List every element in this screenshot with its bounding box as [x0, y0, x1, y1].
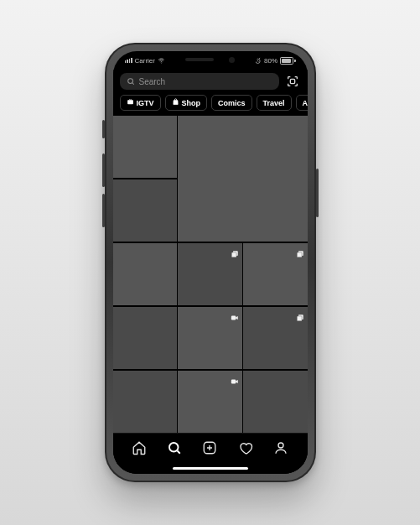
video-badge-icon [231, 374, 239, 382]
svg-point-14 [169, 443, 179, 452]
search-icon [167, 440, 182, 455]
svg-point-16 [278, 443, 283, 448]
chip-travel[interactable]: Travel [257, 95, 292, 111]
nav-search[interactable] [165, 439, 184, 457]
tv-icon [127, 98, 134, 107]
nav-activity[interactable] [236, 439, 255, 457]
battery-pct-label: 80% [264, 57, 277, 65]
category-chips: IGTVShopComicsTravelART [113, 95, 308, 116]
svg-point-2 [127, 79, 132, 84]
chip-label: Travel [263, 99, 285, 107]
grid-cell[interactable] [113, 179, 177, 242]
svg-rect-3 [290, 79, 294, 83]
explore-grid [113, 116, 308, 433]
nav-home[interactable] [130, 439, 148, 457]
svg-rect-7 [231, 252, 236, 257]
screen: Carrier 10:22 80% Search [113, 51, 308, 474]
svg-point-0 [161, 62, 162, 63]
volume-up [102, 153, 105, 187]
svg-rect-4 [127, 100, 133, 104]
grid-cell[interactable] [113, 307, 177, 369]
chip-comics[interactable]: Comics [211, 95, 252, 111]
grid-cell[interactable] [178, 243, 241, 305]
video-badge-icon [231, 310, 239, 319]
search-placeholder: Search [139, 77, 166, 86]
home-icon [132, 440, 147, 455]
scan-icon [286, 75, 299, 88]
scan-button[interactable] [284, 73, 301, 90]
grid-cell[interactable] [113, 243, 177, 305]
grid-cell[interactable] [178, 116, 307, 242]
profile-icon [273, 440, 288, 455]
grid-cell[interactable] [113, 116, 177, 178]
search-input[interactable]: Search [120, 73, 279, 90]
notch [163, 51, 257, 68]
bag-icon [172, 98, 179, 107]
power-button [316, 169, 319, 217]
grid-cell[interactable] [113, 371, 177, 433]
chip-label: Shop [182, 99, 201, 107]
carousel-badge-icon [296, 247, 304, 255]
grid-cell[interactable] [243, 371, 307, 433]
home-indicator[interactable] [113, 462, 308, 474]
battery-icon [280, 57, 296, 65]
explore-page: Search IGTVShopComicsTravelART [113, 70, 308, 474]
plus-icon [202, 440, 217, 455]
signal-icon [125, 58, 132, 63]
svg-rect-13 [231, 379, 235, 383]
svg-rect-9 [297, 252, 302, 257]
grid-cell[interactable] [178, 371, 241, 433]
volume-down [102, 194, 105, 227]
grid-cell[interactable] [178, 307, 241, 369]
carrier-label: Carrier [135, 57, 155, 65]
svg-rect-10 [231, 315, 235, 320]
mute-switch [102, 120, 105, 138]
nav-profile[interactable] [272, 439, 290, 457]
chip-label: ART [303, 99, 308, 107]
search-icon [127, 77, 135, 86]
carousel-badge-icon [231, 247, 239, 255]
phone-frame: Carrier 10:22 80% Search [105, 43, 316, 482]
heart-icon [238, 440, 253, 455]
chip-igtv[interactable]: IGTV [120, 95, 161, 111]
chip-shop[interactable]: Shop [165, 95, 208, 111]
svg-rect-5 [173, 101, 177, 105]
grid-cell[interactable] [243, 307, 307, 369]
svg-rect-12 [297, 316, 302, 321]
chip-art[interactable]: ART [296, 95, 308, 111]
grid-cell[interactable] [243, 243, 307, 305]
nav-create[interactable] [200, 439, 219, 457]
chip-label: Comics [218, 99, 246, 107]
chip-label: IGTV [137, 99, 154, 107]
carousel-badge-icon [296, 310, 304, 319]
bottom-nav [113, 433, 308, 462]
